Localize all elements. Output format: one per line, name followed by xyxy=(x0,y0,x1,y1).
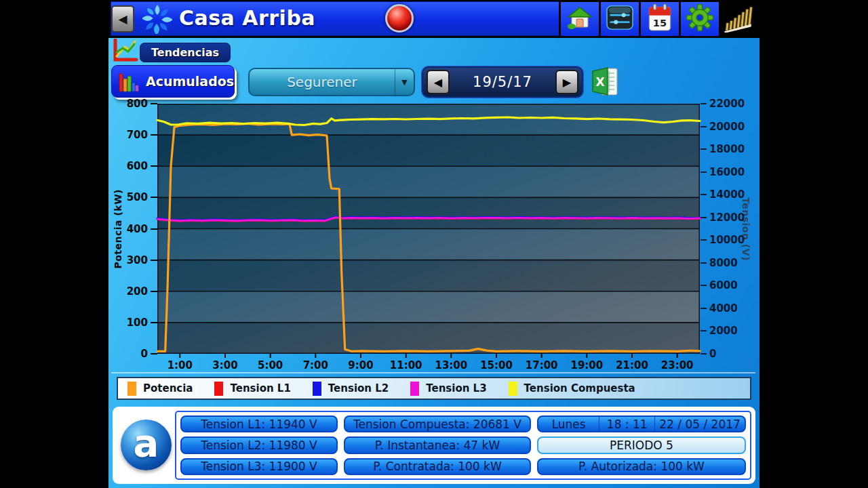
series-potencia xyxy=(157,124,700,352)
right-axis-tick-label: 2000 xyxy=(709,325,738,337)
x-axis-tick-label: 9:00 xyxy=(348,359,373,371)
date-navigator: ◀ 19/5/17 ▶ xyxy=(422,66,583,98)
tab-tendencias[interactable]: Tendencias xyxy=(140,43,231,62)
time-label: 18 : 11 xyxy=(599,417,654,431)
right-axis-tick-label: 22000 xyxy=(709,98,745,110)
legend-label: Tension L3 xyxy=(426,382,486,394)
right-axis-tick-mark xyxy=(701,126,707,127)
tension-l2-panel: Tension L2: 11980 V xyxy=(180,436,338,453)
right-axis-tick-label: 20000 xyxy=(709,121,745,133)
prev-day-button[interactable]: ◀ xyxy=(427,70,450,94)
right-axis-tick-label: 4000 xyxy=(709,302,738,314)
legend-item-tension-l3: Tension L3 xyxy=(410,382,486,396)
right-axis-tick-label: 0 xyxy=(709,348,716,360)
bars-chart-icon xyxy=(119,69,139,94)
legend-swatch xyxy=(410,382,419,396)
left-axis-tick-label: 500 xyxy=(127,191,148,203)
prev-arrow-icon: ◀ xyxy=(434,76,442,89)
right-axis-tick-label: 6000 xyxy=(709,279,738,291)
left-axis-tick-label: 600 xyxy=(127,160,148,172)
legend-swatch xyxy=(509,382,517,396)
gold-bars-icon xyxy=(723,3,757,35)
tendencias-section: Tendencias xyxy=(111,39,231,66)
legend-swatch xyxy=(127,382,136,396)
p-contratada-panel: P. Contratada: 100 kW xyxy=(344,458,531,475)
right-axis-tick-mark xyxy=(701,330,707,331)
legend-item-tension-l2: Tension L2 xyxy=(313,382,389,396)
legend-item-tension-compuesta: Tension Compuesta xyxy=(509,382,635,396)
right-axis-tick-mark xyxy=(701,103,707,104)
right-axis-tick-mark xyxy=(701,353,707,354)
record-button[interactable] xyxy=(385,4,414,33)
left-axis-tick-mark xyxy=(151,228,157,230)
left-axis-tick-label: 800 xyxy=(127,98,148,110)
left-axis-tick-mark xyxy=(151,291,157,292)
legend-item-potencia: Potencia xyxy=(127,382,193,396)
right-axis-tick-label: 18000 xyxy=(709,143,745,155)
reports-button[interactable] xyxy=(720,0,760,38)
left-axis-tick-label: 100 xyxy=(127,317,148,329)
right-axis-tick-mark xyxy=(701,217,707,218)
x-axis-tick-label: 19:00 xyxy=(570,359,603,371)
plot-area xyxy=(157,104,700,354)
gear-icon xyxy=(686,4,713,34)
weekday-label: Lunes xyxy=(538,417,599,431)
source-selector[interactable]: Segurener ▼ xyxy=(248,68,415,96)
settings-sliders-button[interactable] xyxy=(601,2,639,36)
config-gear-button[interactable] xyxy=(681,2,719,36)
right-axis-tick-label: 14000 xyxy=(709,188,745,201)
chart-bottom-divider xyxy=(111,372,755,373)
left-axis-tick-mark xyxy=(151,134,157,136)
left-axis-tick-mark xyxy=(151,165,157,167)
export-excel-button[interactable]: X xyxy=(591,66,618,99)
page-title: Casa Arriba xyxy=(179,6,315,30)
left-axis-tick-label: 400 xyxy=(127,223,148,235)
plot-canvas xyxy=(157,104,700,354)
legend-swatch xyxy=(214,382,223,396)
right-axis-tick-mark xyxy=(701,239,707,241)
x-axis-tick-label: 21:00 xyxy=(616,359,648,371)
home-icon xyxy=(568,6,592,32)
right-axis-tick-label: 8000 xyxy=(709,257,738,269)
next-day-button[interactable]: ▶ xyxy=(555,70,578,94)
x-axis-tick-label: 13:00 xyxy=(435,359,467,371)
title-bar: ◀ Casa Arriba xyxy=(108,0,760,38)
datetime-panel: Lunes 18 : 11 22 / 05 / 2017 xyxy=(537,415,746,432)
tab-acumulados-label: Acumulados xyxy=(146,74,234,89)
screen: ◀ Casa Arriba xyxy=(0,0,868,488)
right-axis-tick-mark xyxy=(701,148,707,150)
right-axis-ticks: 0200040006000800010000120001400016000180… xyxy=(700,104,760,354)
legend-label: Potencia xyxy=(143,382,193,394)
left-axis-tick-mark xyxy=(151,353,157,354)
left-axis-tick-label: 200 xyxy=(127,285,148,298)
source-selector-value: Segurener xyxy=(250,74,395,90)
app-window: ◀ Casa Arriba xyxy=(108,0,760,488)
excel-icon: X xyxy=(591,86,618,99)
tension-l1-panel: Tension L1: 11940 V xyxy=(180,415,338,432)
drops-logo-icon xyxy=(142,4,172,37)
tab-acumulados[interactable]: Acumulados xyxy=(111,65,235,98)
right-axis-tick-mark xyxy=(701,194,707,195)
tension-l3-panel: Tension L3: 11900 V xyxy=(180,458,338,475)
x-axis-tick-label: 23:00 xyxy=(661,359,694,371)
status-panel-grid: Tension L1: 11940 V Tension Compuesta: 2… xyxy=(175,411,751,480)
left-axis-tick-label: 700 xyxy=(127,129,148,141)
chart-legend: Potencia Tension L1 Tension L2 Tension L… xyxy=(117,377,751,400)
left-axis-tick-mark xyxy=(151,322,157,323)
calendar-button[interactable]: 15 xyxy=(641,2,679,36)
legend-label: Tension L2 xyxy=(328,382,389,394)
svg-text:15: 15 xyxy=(653,17,667,28)
date-label: 22 / 05 / 2017 xyxy=(654,417,745,431)
right-axis-tick-label: 10000 xyxy=(709,234,745,246)
back-button[interactable]: ◀ xyxy=(111,5,134,33)
right-axis-tick-mark xyxy=(701,308,707,309)
left-axis-tick-mark xyxy=(151,103,157,104)
x-axis-tick-label: 3:00 xyxy=(212,359,237,371)
x-axis-tick-label: 15:00 xyxy=(480,359,513,371)
home-button[interactable] xyxy=(561,2,599,36)
sliders-icon xyxy=(606,5,634,33)
x-axis-tick-label: 5:00 xyxy=(258,359,283,371)
tendencias-chart-icon xyxy=(111,39,138,66)
legend-label: Tension L1 xyxy=(230,382,290,394)
right-axis-tick-label: 16000 xyxy=(709,166,745,178)
